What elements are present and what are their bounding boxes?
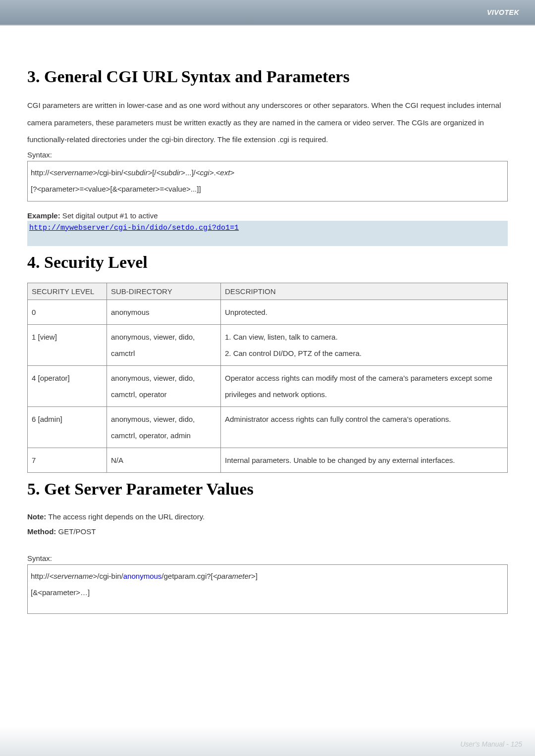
section3-example-box: http://mywebserver/cgi-bin/dido/setdo.cg… [27, 221, 508, 246]
cell-level: 7 [28, 448, 107, 472]
syntax-text: <parameter> [213, 572, 256, 580]
method-rest: GET/POST [56, 527, 96, 536]
table-row: 0 anonymous Unprotected. [28, 300, 508, 324]
cell-subdir: anonymous, viewer, dido, camctrl, operat… [107, 365, 221, 406]
section3-syntax-box: http://<servername>/cgi-bin/<subdir>[/<s… [27, 161, 508, 202]
cell-level: 6 [admin] [28, 406, 107, 448]
cell-subdir: N/A [107, 448, 221, 472]
table-row: 6 [admin] anonymous, viewer, dido, camct… [28, 406, 508, 448]
syntax-text: http:// [31, 168, 50, 177]
section3-example-label: Example: Set digital output #1 to active [27, 211, 508, 220]
table-header: SECURITY LEVEL [28, 283, 107, 300]
example-bold: Example: [27, 211, 60, 220]
example-link[interactable]: http://mywebserver/cgi-bin/dido/setdo.cg… [29, 224, 239, 232]
cell-desc: Operator access rights can modify most o… [221, 365, 508, 406]
security-table: SECURITY LEVEL SUB-DIRECTORY DESCRIPTION… [27, 283, 508, 473]
syntax-text: <cgi> [196, 168, 214, 177]
cell-subdir: anonymous, viewer, dido, camctrl [107, 324, 221, 365]
section5-syntax-box: http://<servername>/cgi-bin/anonymous/ge… [27, 564, 508, 614]
table-row: 7 N/A Internal parameters. Unable to be … [28, 448, 508, 472]
cell-desc: Administrator access rights can fully co… [221, 406, 508, 448]
cell-desc: Internal parameters. Unable to be change… [221, 448, 508, 472]
footer-gradient [0, 726, 535, 756]
table-header: SUB-DIRECTORY [107, 283, 221, 300]
section4-title: 4. Security Level [27, 253, 508, 272]
section3-title: 3. General CGI URL Syntax and Parameters [27, 67, 508, 86]
note-rest: The access right depends on the URL dire… [46, 512, 205, 521]
table-header-row: SECURITY LEVEL SUB-DIRECTORY DESCRIPTION [28, 283, 508, 300]
syntax-text: anonymous [123, 572, 162, 580]
section5-method: Method: GET/POST [27, 524, 508, 539]
table-header: DESCRIPTION [221, 283, 508, 300]
section5-title: 5. Get Server Parameter Values [27, 480, 508, 499]
syntax-text: [/ [152, 168, 156, 177]
section5-note: Note: The access right depends on the UR… [27, 509, 508, 524]
cell-level: 1 [view] [28, 324, 107, 365]
syntax-text: <ext> [216, 168, 235, 177]
syntax-text: <servername> [50, 168, 98, 177]
syntax-text: ...]/ [185, 168, 196, 177]
table-row: 4 [operator] anonymous, viewer, dido, ca… [28, 365, 508, 406]
syntax-text: /cgi-bin/ [97, 572, 123, 580]
syntax-text: ] [256, 572, 258, 580]
cell-level: 0 [28, 300, 107, 324]
header-divider [0, 25, 535, 26]
section3-body: CGI parameters are written in lower-case… [27, 97, 508, 149]
header-bar: VIVOTEK [0, 0, 535, 25]
syntax-text: http:// [31, 572, 50, 580]
section3-syntax-label: Syntax: [27, 151, 508, 159]
table-row: 1 [view] anonymous, viewer, dido, camctr… [28, 324, 508, 365]
cell-subdir: anonymous [107, 300, 221, 324]
method-bold: Method: [27, 527, 56, 536]
syntax-text: [?<parameter>=<value>[&<parameter>=<valu… [31, 181, 504, 197]
cell-level: 4 [operator] [28, 365, 107, 406]
section5-syntax-label: Syntax: [27, 554, 508, 562]
cell-subdir: anonymous, viewer, dido, camctrl, operat… [107, 406, 221, 448]
syntax-text: /cgi-bin/ [97, 168, 123, 177]
syntax-text: <subdir> [123, 168, 152, 177]
syntax-text: <subdir> [157, 168, 185, 177]
brand-text: VIVOTEK [487, 8, 519, 16]
cell-desc: Unprotected. [221, 300, 508, 324]
syntax-text: [&<parameter>…] [31, 584, 504, 601]
example-rest: Set digital output #1 to active [60, 211, 158, 220]
page-content: 3. General CGI URL Syntax and Parameters… [0, 41, 535, 614]
footer-page-number: User's Manual - 125 [460, 740, 522, 748]
syntax-text: <servername> [50, 572, 98, 580]
syntax-text: /getparam.cgi?[ [161, 572, 213, 580]
note-bold: Note: [27, 512, 46, 521]
cell-desc: 1. Can view, listen, talk to camera. 2. … [221, 324, 508, 365]
